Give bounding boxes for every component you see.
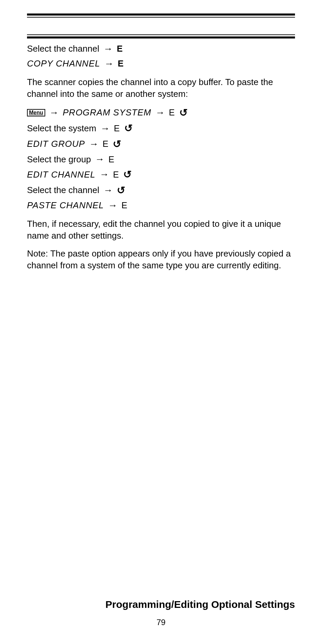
step-line: EDIT CHANNEL → E ↺ — [27, 168, 295, 182]
step-text: Select the channel — [27, 43, 99, 55]
body-content: Select the channel → E COPY CHANNEL → E … — [27, 43, 295, 271]
arrow-icon: → — [100, 168, 109, 181]
mid-thick-rule — [27, 36, 295, 38]
key-e: E — [108, 154, 114, 165]
step-line: PASTE CHANNEL → E — [27, 199, 295, 212]
step-line: Select the channel → E — [27, 43, 295, 55]
step-line: Select the channel → ↺ — [27, 184, 295, 197]
arrow-icon: → — [100, 122, 110, 135]
step-line: EDIT GROUP → E ↺ — [27, 137, 295, 151]
key-e: E — [169, 107, 175, 118]
key-e: E — [103, 138, 109, 150]
arrow-icon: → — [89, 138, 99, 151]
mid-thin-rule — [27, 34, 295, 35]
step-text: Select the channel — [27, 184, 99, 196]
lcd-text: PROGRAM SYSTEM — [63, 107, 151, 118]
lcd-text: PASTE CHANNEL — [27, 199, 104, 211]
paragraph: The scanner copies the channel into a co… — [27, 76, 295, 100]
rotate-icon: ↺ — [113, 137, 121, 151]
rotate-icon: ↺ — [124, 122, 133, 135]
arrow-icon: → — [104, 57, 114, 70]
step-text: Select the group — [27, 154, 91, 165]
key-e: E — [117, 43, 123, 55]
menu-button-icon: Menu — [27, 109, 45, 116]
lcd-text: COPY CHANNEL — [27, 58, 100, 70]
top-thick-rule — [27, 14, 295, 16]
arrow-icon: → — [103, 184, 113, 197]
step-line: Select the group → E — [27, 153, 295, 166]
arrow-icon: → — [95, 153, 104, 166]
step-line: Menu → PROGRAM SYSTEM → E ↺ — [27, 106, 295, 120]
lcd-text: EDIT CHANNEL — [27, 169, 96, 181]
rotate-icon: ↺ — [179, 106, 188, 120]
step-line: COPY CHANNEL → E — [27, 57, 295, 70]
note-paragraph: Note: The paste option appears only if y… — [27, 248, 295, 271]
paragraph: Then, if necessary, edit the channel you… — [27, 218, 295, 242]
arrow-icon: → — [155, 106, 165, 119]
key-e: E — [114, 123, 120, 134]
key-e: E — [122, 199, 128, 211]
rotate-icon: ↺ — [123, 168, 132, 182]
arrow-icon: → — [49, 106, 59, 119]
key-e: E — [113, 169, 119, 181]
page-number: 79 — [0, 618, 322, 627]
step-text: Select the system — [27, 123, 96, 134]
step-line: Select the system → E ↺ — [27, 122, 295, 135]
arrow-icon: → — [103, 43, 113, 55]
section-title: Programming/Editing Optional Settings — [105, 599, 295, 610]
arrow-icon: → — [108, 199, 117, 212]
key-e: E — [118, 58, 124, 70]
rotate-icon: ↺ — [117, 184, 125, 197]
lcd-text: EDIT GROUP — [27, 138, 85, 150]
